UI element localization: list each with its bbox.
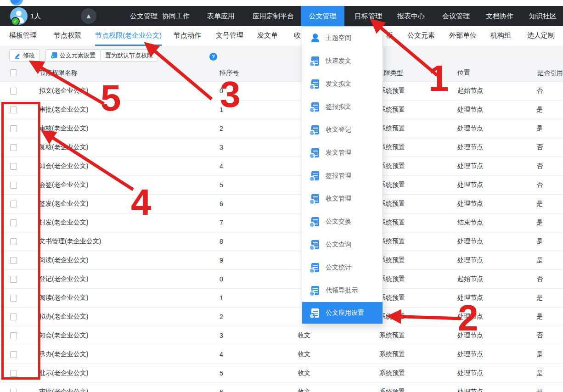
table-row[interactable]: 承办(老企业公文) 4 收文 系统预置 处理节点 是 [0,345,563,364]
menu-item[interactable]: 公文查询 [302,233,383,256]
gongwen-dropdown-menu: 主题空间 快速发文 发文拟文 签报拟文 收文登记 发文管理 签报管理 [302,26,383,324]
tab[interactable]: 公文元素 [407,26,435,45]
doc-icon [311,79,319,89]
table-row[interactable]: 拟文(老企业公文) 0 系统预置 起始节点 否 [0,82,563,101]
table-row[interactable]: 复核(老企业公文) 3 系统预置 处理节点 否 [0,138,563,157]
table-row[interactable]: 拟办(老企业公文) 2 系统预置 处理节点 是 [0,308,563,326]
tab[interactable]: 节点动作 [174,26,201,45]
tab[interactable]: 模板管理 [9,26,37,45]
row-checkbox[interactable] [10,276,17,283]
tab[interactable]: 机构组 [490,26,511,45]
menu-item[interactable]: 主题空间 [302,27,383,50]
cell-order: 9 [206,257,284,264]
menu-item[interactable]: 公文应用设置 [302,302,383,324]
set-default-label: 置为默认节点权限 [105,51,153,60]
table-row[interactable]: 审核(老企业公文) 2 系统预置 处理节点 是 [0,119,563,138]
row-checkbox[interactable] [10,370,17,377]
help-icon[interactable]: ? [209,53,217,61]
row-checkbox[interactable] [10,238,17,245]
tab[interactable]: 外部单位 [449,26,477,45]
table-row[interactable]: 审批(老企业公文) 6 收文 系统预置 处理节点 是 [0,383,563,392]
row-checkbox[interactable] [10,163,17,170]
cell-permtype: 系统预置 [364,369,441,377]
nav-item[interactable]: 目标管理 [355,6,382,26]
row-checkbox[interactable] [10,125,17,132]
nav-item[interactable]: 知识社区 [529,6,557,26]
tab[interactable]: 节点权限(老企业公文) [95,26,162,46]
table-row[interactable]: 会签(老企业公文) 5 系统预置 处理节点 否 [0,176,563,195]
doc-icon [311,125,319,134]
menu-item[interactable]: 公文交换 [302,210,383,233]
row-checkbox[interactable] [10,351,17,358]
nav-item[interactable]: 报表中心 [397,6,425,26]
nav-item[interactable]: 会议管理 [442,6,470,26]
table-row[interactable]: 知会(老企业公文) 3 收文 系统预置 处理节点 否 [0,326,563,345]
cell-position: 处理节点 [441,143,520,151]
menu-item-label: 发文管理 [326,149,351,157]
row-checkbox[interactable] [10,389,17,392]
table-row[interactable]: 登记(老企业公文) 0 系统预置 起始节点 否 [0,270,563,289]
table-row[interactable]: 文书管理(老企业公文) 8 系统预置 处理节点 是 [0,232,563,251]
nav-item[interactable]: 公文管理 [130,6,158,26]
table-row[interactable]: 封发(老企业公文) 7 系统预置 结束节点 是 [0,213,563,232]
table-row[interactable]: 阅读(老企业公文) 9 系统预置 处理节点 是 [0,251,563,270]
row-checkbox[interactable] [10,88,17,95]
header-position: 位置 [441,69,520,77]
nav-item[interactable]: 公文管理 [301,6,344,26]
menu-item[interactable]: 发文拟文 [302,73,383,95]
cell-referenced: 是 [520,369,563,377]
tab[interactable]: 发文单 [257,26,278,45]
cell-permtype: 系统预置 [364,388,441,392]
cell-order: 5 [206,370,284,377]
nav-item[interactable]: 文档协作 [486,6,513,26]
menu-item[interactable]: 快速发文 [302,50,383,73]
element-settings-button[interactable]: 公文元素设置 [45,49,101,62]
menu-item[interactable]: 收文管理 [302,187,383,210]
nav-item[interactable]: 表单应用 [207,6,235,26]
cell-position: 处理节点 [441,256,520,264]
cell-order: 1 [206,106,284,113]
menu-item[interactable]: 公文统计 [302,256,383,279]
nav-item[interactable]: 应用定制平台 [253,6,294,26]
menu-item[interactable]: 签报拟文 [302,95,383,118]
edit-button[interactable]: 修改 [9,49,40,62]
table-row[interactable]: 阅读(老企业公文) 1 系统预置 处理节点 是 [0,289,563,308]
row-checkbox[interactable] [10,106,17,113]
menu-item[interactable]: 发文管理 [302,141,383,164]
tab[interactable]: 选人定制 [527,26,555,45]
edit-button-label: 修改 [23,51,35,60]
row-checkbox[interactable] [10,314,17,320]
row-checkbox[interactable] [10,257,17,264]
people-count: 1人 [30,6,41,26]
set-default-permission-button[interactable]: 置为默认节点权限 [100,49,158,62]
row-checkbox[interactable] [10,332,17,339]
row-checkbox[interactable] [10,295,17,302]
table-row[interactable]: 批示(老企业公文) 5 收文 系统预置 处理节点 是 [0,364,563,383]
menu-item[interactable]: 签报管理 [302,164,383,187]
cell-permtype: 系统预置 [364,350,441,358]
nav-item[interactable]: 协同工作 [162,6,190,26]
cell-order: 7 [206,219,284,226]
menu-item[interactable]: 收文登记 [302,118,383,141]
cell-referenced: 是 [520,294,563,302]
table-row[interactable]: 签发(老企业公文) 6 系统预置 处理节点 是 [0,195,563,213]
tab[interactable]: 收 [294,26,301,45]
table-row[interactable]: 知会(老企业公文) 4 系统预置 处理节点 否 [0,157,563,176]
cell-name: 阅读(老企业公文) [25,256,206,264]
row-checkbox[interactable] [10,182,17,189]
cell-name: 封发(老企业公文) [25,218,206,227]
row-checkbox[interactable] [10,144,17,151]
menu-item[interactable]: 代领导批示 [302,279,383,302]
select-all-checkbox[interactable] [10,69,17,76]
doc-icon [311,240,319,249]
compass-icon[interactable]: ▲ [81,8,96,24]
doc-icon [311,102,319,112]
row-checkbox[interactable] [10,219,17,226]
table-row[interactable]: 审批(老企业公文) 1 系统预置 处理节点 是 [0,101,563,119]
tab[interactable]: 文号管理 [216,26,243,45]
cell-name: 签发(老企业公文) [25,200,206,208]
tab[interactable]: 节点权限 [54,26,81,45]
row-checkbox[interactable] [10,201,17,207]
cell-doctype: 收文 [284,369,364,377]
tab[interactable]: 板 [386,26,393,45]
